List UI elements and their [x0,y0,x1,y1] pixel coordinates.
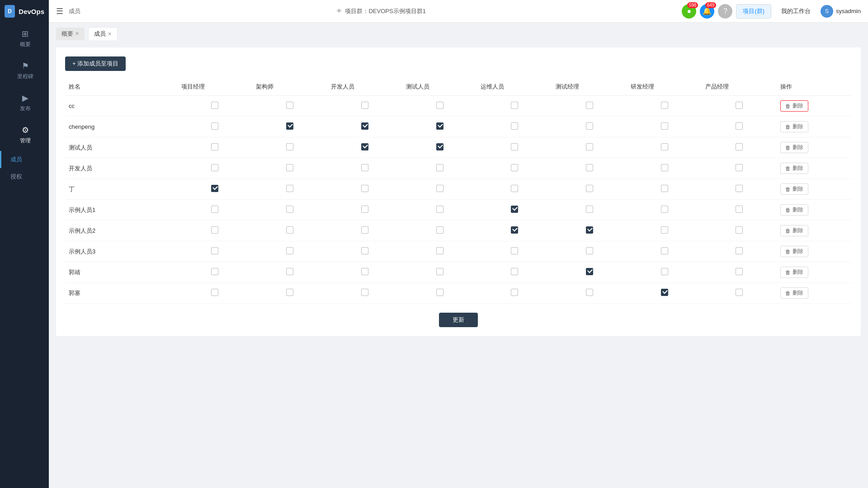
checkbox-1-3[interactable] [436,122,443,130]
checkbox-8-5[interactable] [586,268,593,275]
user-area[interactable]: S sysadmin [821,5,861,18]
checkbox-7-6[interactable] [661,247,668,254]
checkbox-0-3[interactable] [436,102,443,109]
delete-button-8[interactable]: 🗑删除 [780,267,808,278]
checkbox-6-4[interactable] [511,226,518,234]
update-button[interactable]: 更新 [439,313,478,327]
checkbox-5-4[interactable] [511,206,518,213]
checkbox-6-1[interactable] [286,226,293,234]
sidebar-item-release[interactable]: ▶ 发布 [0,87,49,119]
checkbox-2-1[interactable] [286,143,293,150]
checkbox-3-6[interactable] [661,164,668,171]
checkbox-7-3[interactable] [436,247,443,254]
checkbox-1-0[interactable] [211,122,218,130]
checkbox-2-7[interactable] [736,143,743,150]
tab-summary-close[interactable]: ✕ [75,31,79,37]
checkbox-5-7[interactable] [736,206,743,213]
checkbox-2-2[interactable] [361,143,368,150]
checkbox-7-0[interactable] [211,247,218,254]
checkbox-7-7[interactable] [736,247,743,254]
checkbox-6-6[interactable] [661,226,668,234]
tab-workspace[interactable]: 我的工作台 [775,5,817,18]
checkbox-4-2[interactable] [361,185,368,192]
checkbox-0-5[interactable] [586,102,593,109]
checkbox-1-6[interactable] [661,122,668,130]
checkbox-2-0[interactable] [211,143,218,150]
checkbox-9-7[interactable] [736,289,743,296]
add-member-button[interactable]: + 添加成员至项目 [65,56,126,71]
checkbox-5-0[interactable] [211,206,218,213]
checkbox-4-0[interactable] [211,185,218,192]
delete-button-1[interactable]: 🗑删除 [780,121,808,132]
checkbox-5-5[interactable] [586,206,593,213]
delete-button-7[interactable]: 🗑删除 [780,246,808,257]
logo-area[interactable]: D DevOps [0,0,49,23]
checkbox-3-5[interactable] [586,164,593,171]
sidebar-item-manage[interactable]: ⚙ 管理 [0,119,49,151]
checkbox-8-3[interactable] [436,268,443,275]
checkbox-3-3[interactable] [436,164,443,171]
checkbox-1-4[interactable] [511,122,518,130]
delete-button-3[interactable]: 🗑删除 [780,163,808,174]
checkbox-6-5[interactable] [586,226,593,234]
checkbox-3-1[interactable] [286,164,293,171]
tab-members-close[interactable]: ✕ [108,31,112,37]
delete-button-9[interactable]: 🗑删除 [780,287,808,299]
checkbox-3-4[interactable] [511,164,518,171]
checkbox-8-1[interactable] [286,268,293,275]
tab-project-group[interactable]: 项目(群) [736,4,771,19]
checkbox-8-0[interactable] [211,268,218,275]
checkbox-7-1[interactable] [286,247,293,254]
checkbox-3-7[interactable] [736,164,743,171]
checkbox-5-6[interactable] [661,206,668,213]
checkbox-0-7[interactable] [736,102,743,109]
checkbox-3-0[interactable] [211,164,218,171]
checkbox-4-7[interactable] [736,185,743,192]
tab-summary[interactable]: 概要 ✕ [56,28,85,40]
checkbox-1-5[interactable] [586,122,593,130]
checkbox-0-4[interactable] [511,102,518,109]
checkbox-0-6[interactable] [661,102,668,109]
checkbox-1-7[interactable] [736,122,743,130]
checkbox-8-2[interactable] [361,268,368,275]
checkbox-4-1[interactable] [286,185,293,192]
checkbox-0-0[interactable] [211,102,218,109]
checkbox-4-5[interactable] [586,185,593,192]
checkbox-5-2[interactable] [361,206,368,213]
checkbox-3-2[interactable] [361,164,368,171]
sidebar-item-overview[interactable]: ⊞ 概要 [0,23,49,55]
checkbox-5-1[interactable] [286,206,293,213]
tab-members[interactable]: 成员 ✕ [88,27,118,40]
delete-button-5[interactable]: 🗑删除 [780,204,808,216]
checkbox-9-5[interactable] [586,289,593,296]
menu-icon[interactable]: ☰ [56,6,63,16]
checkbox-9-0[interactable] [211,289,218,296]
checkbox-0-1[interactable] [286,102,293,109]
checkbox-8-6[interactable] [661,268,668,275]
delete-button-0[interactable]: 🗑删除 [780,100,808,112]
checkbox-0-2[interactable] [361,102,368,109]
checkbox-4-6[interactable] [661,185,668,192]
checkbox-9-2[interactable] [361,289,368,296]
notification-blue-btn[interactable]: 🔔 649 [700,4,714,19]
delete-button-4[interactable]: 🗑删除 [780,183,808,195]
checkbox-1-2[interactable] [361,122,368,130]
checkbox-7-5[interactable] [586,247,593,254]
checkbox-8-7[interactable] [736,268,743,275]
help-btn[interactable]: ? [718,4,732,19]
checkbox-2-5[interactable] [586,143,593,150]
delete-button-6[interactable]: 🗑删除 [780,225,808,236]
checkbox-6-7[interactable] [736,226,743,234]
notification-green-btn[interactable]: ● 598 [682,4,696,19]
checkbox-2-6[interactable] [661,143,668,150]
checkbox-4-3[interactable] [436,185,443,192]
checkbox-8-4[interactable] [511,268,518,275]
checkbox-6-2[interactable] [361,226,368,234]
sidebar-item-members[interactable]: 成员 [0,151,49,168]
checkbox-2-3[interactable] [436,143,443,150]
checkbox-9-1[interactable] [286,289,293,296]
checkbox-6-0[interactable] [211,226,218,234]
checkbox-6-3[interactable] [436,226,443,234]
checkbox-2-4[interactable] [511,143,518,150]
checkbox-7-4[interactable] [511,247,518,254]
